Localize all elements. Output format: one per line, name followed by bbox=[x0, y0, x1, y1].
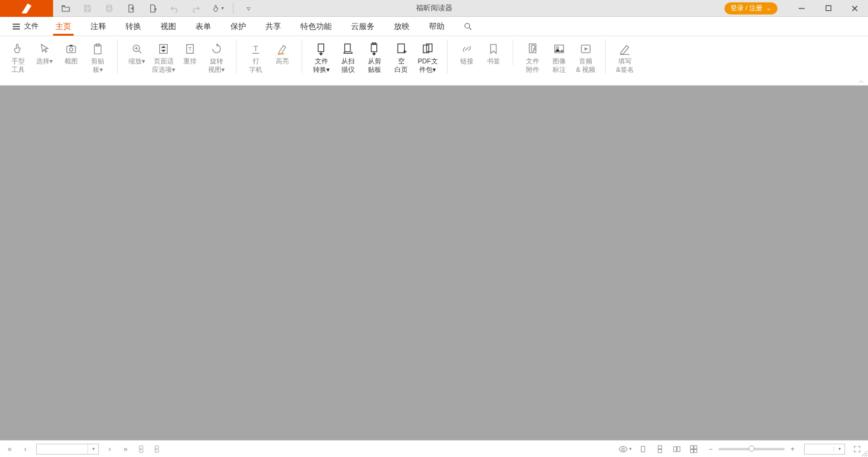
ribbon-zoom-button[interactable]: 缩放▾ bbox=[124, 40, 150, 65]
tab-5[interactable]: 保护 bbox=[221, 17, 256, 36]
ribbon-hand-button[interactable]: 手型 工具 bbox=[5, 40, 31, 74]
title-right: 登录 / 注册 ⌄ bbox=[724, 0, 868, 16]
zoom-in-button[interactable]: + bbox=[787, 444, 798, 455]
zoom-value-box[interactable]: ▾ bbox=[804, 444, 845, 455]
tab-label: 共享 bbox=[265, 21, 281, 32]
ribbon-highlight-button[interactable]: 高亮 bbox=[269, 40, 296, 65]
ribbon-button-label: 填写 &签名 bbox=[616, 57, 633, 74]
single-page-view-button[interactable] bbox=[638, 444, 648, 455]
export-button[interactable] bbox=[124, 2, 138, 15]
ribbon-button-label: 从剪 贴板 bbox=[368, 57, 381, 74]
page-number-box[interactable]: ▾ bbox=[36, 444, 99, 455]
tab-1[interactable]: 注释 bbox=[81, 17, 116, 36]
undo-button[interactable] bbox=[168, 2, 181, 15]
chevron-right-icon: › bbox=[109, 445, 111, 453]
tab-7[interactable]: 特色功能 bbox=[291, 17, 341, 36]
clipboard-icon bbox=[91, 41, 104, 57]
app-logo[interactable] bbox=[0, 0, 53, 17]
single-page-icon bbox=[639, 445, 647, 453]
redo-button[interactable] bbox=[189, 2, 203, 15]
last-page-button[interactable]: » bbox=[121, 444, 130, 454]
tab-4[interactable]: 表单 bbox=[186, 17, 221, 36]
tab-9[interactable]: 放映 bbox=[384, 17, 419, 36]
folder-open-icon bbox=[61, 4, 71, 13]
save-button[interactable] bbox=[81, 2, 94, 15]
foxit-logo-icon bbox=[20, 2, 33, 15]
ribbon-button-label: 图像 标注 bbox=[553, 57, 566, 74]
facing-view-button[interactable] bbox=[671, 444, 682, 455]
first-page-button[interactable]: « bbox=[5, 444, 14, 454]
ribbon-scanner-button[interactable]: 从扫 描仪 bbox=[335, 40, 361, 74]
reading-mode-button[interactable]: ▾ bbox=[618, 444, 632, 454]
qat-customize-button[interactable]: ▿ bbox=[242, 2, 255, 15]
ribbon-reflow-button[interactable]: T重排 bbox=[177, 40, 203, 65]
ribbon-typewriter-button[interactable]: T打 字机 bbox=[242, 40, 269, 74]
ribbon-button-label: 文件转换▾ bbox=[313, 57, 330, 74]
ribbon-image-button[interactable]: 图像 标注 bbox=[546, 40, 572, 74]
svg-rect-23 bbox=[641, 446, 645, 452]
open-button[interactable] bbox=[59, 2, 72, 15]
ribbon-sign-button[interactable]: 填写 &签名 bbox=[612, 40, 638, 74]
minimize-button[interactable] bbox=[788, 0, 815, 17]
ribbon-button-label: 页面适应选项▾ bbox=[152, 57, 176, 74]
ribbon-portfolio-button[interactable]: PDF文件包▾ bbox=[414, 40, 441, 74]
ribbon-rotate-button[interactable]: 旋转视图▾ bbox=[203, 40, 230, 74]
zoom-track[interactable] bbox=[718, 448, 785, 450]
tab-2[interactable]: 转换 bbox=[116, 17, 151, 36]
maximize-button[interactable] bbox=[815, 0, 841, 17]
page-dropdown-button[interactable]: ▾ bbox=[87, 444, 98, 454]
ribbon-blank-button[interactable]: 空 白页 bbox=[388, 40, 414, 74]
resize-grip-icon[interactable] bbox=[861, 450, 868, 457]
ribbon-fit-button[interactable]: 页面适应选项▾ bbox=[150, 40, 177, 74]
ribbon-select-button[interactable]: 选择▾ bbox=[31, 40, 58, 65]
svg-point-22 bbox=[622, 448, 624, 450]
scanner-icon bbox=[341, 41, 355, 57]
ribbon-snapshot-button[interactable]: 截图 bbox=[58, 40, 84, 65]
chevron-double-left-icon: « bbox=[8, 445, 12, 453]
ribbon-bookmark-button[interactable]: 书签 bbox=[480, 40, 507, 65]
login-register-button[interactable]: 登录 / 注册 ⌄ bbox=[724, 2, 778, 14]
svg-rect-29 bbox=[694, 446, 697, 449]
ribbon-group-convert: 文件转换▾从扫 描仪从剪 贴板空 白页PDF文件包▾ bbox=[308, 40, 448, 74]
search-button[interactable] bbox=[460, 22, 476, 31]
zoom-dropdown-button[interactable]: ▾ bbox=[834, 446, 844, 452]
ribbon-fileconvert-button[interactable]: 文件转换▾ bbox=[308, 40, 335, 74]
tab-10[interactable]: 帮助 bbox=[419, 17, 454, 36]
ribbon-button-label: 打 字机 bbox=[249, 57, 262, 74]
prev-page-button[interactable]: ‹ bbox=[21, 444, 30, 454]
tab-8[interactable]: 云服务 bbox=[341, 17, 384, 36]
minimize-icon bbox=[798, 5, 805, 12]
undo-icon bbox=[169, 4, 179, 13]
print-button[interactable] bbox=[103, 2, 116, 15]
reflow-icon: T bbox=[183, 41, 197, 57]
ribbon-button-label: 音频 & 视频 bbox=[576, 57, 595, 74]
new-page-button[interactable] bbox=[146, 2, 159, 15]
ribbon-media-button[interactable]: 音频 & 视频 bbox=[572, 40, 599, 74]
continuous-facing-view-button[interactable] bbox=[688, 444, 699, 455]
ribbon-clipboard-button[interactable]: 剪贴板▾ bbox=[84, 40, 111, 74]
file-menu-button[interactable]: 文件 bbox=[5, 17, 46, 36]
next-page-button[interactable]: › bbox=[105, 444, 115, 454]
tab-0[interactable]: 主页 bbox=[46, 17, 81, 36]
touch-mode-button[interactable]: ▾ bbox=[211, 2, 224, 15]
ribbon-fromclip-button[interactable]: 从剪 贴板 bbox=[361, 40, 388, 74]
ribbon-attach-button[interactable]: 文件 附件 bbox=[519, 40, 546, 74]
prev-view-button[interactable] bbox=[136, 444, 146, 454]
ribbon-link-button[interactable]: 链接 bbox=[454, 40, 480, 65]
page-plus-icon bbox=[148, 4, 157, 13]
zoom-thumb[interactable] bbox=[749, 446, 755, 452]
collapse-ribbon-button[interactable]: ︿ bbox=[858, 77, 864, 85]
svg-rect-12 bbox=[345, 44, 350, 52]
page-number-input[interactable] bbox=[37, 444, 87, 454]
save-icon bbox=[83, 4, 92, 13]
zoom-out-button[interactable]: − bbox=[705, 444, 716, 455]
continuous-view-button[interactable] bbox=[654, 444, 665, 455]
tab-6[interactable]: 共享 bbox=[256, 17, 291, 36]
next-view-button[interactable] bbox=[152, 444, 162, 454]
rotate-icon bbox=[210, 41, 223, 57]
tab-3[interactable]: 视图 bbox=[151, 17, 186, 36]
facing-icon bbox=[672, 445, 682, 453]
zoom-value-input[interactable] bbox=[805, 444, 834, 454]
bookmark-icon bbox=[487, 41, 500, 57]
close-button[interactable] bbox=[841, 0, 868, 17]
